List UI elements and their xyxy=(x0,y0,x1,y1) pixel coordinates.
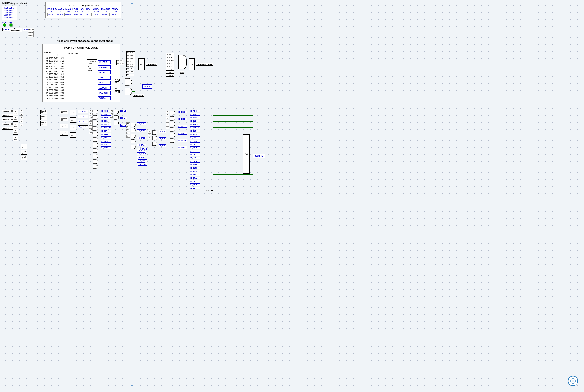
rom-in-output: ROM_IN xyxy=(253,154,265,158)
final-is-andi: IS_ANDI xyxy=(190,183,200,186)
nav-down-arrow[interactable]: ▼ xyxy=(130,384,134,388)
f0-lb: f0 xyxy=(110,110,112,112)
compass-icon[interactable] xyxy=(568,376,578,386)
s-f2: f2 xyxy=(148,136,151,139)
pcsel-mux-bottom: PCSelMUX xyxy=(133,94,144,96)
and-gates-lb-cluster xyxy=(114,110,122,127)
brlt-circle[interactable] xyxy=(10,24,13,27)
op17-box: opcode17 xyxy=(60,110,68,114)
breq-input[interactable]: BrEq xyxy=(2,21,7,27)
is-bne-bottom: IS_BNE xyxy=(178,118,187,120)
is-jal-right: IS_JAL xyxy=(166,71,174,74)
f1-lb: f1 xyxy=(110,113,112,115)
rom-row-0: 00 1021 1421 1621 xyxy=(46,57,117,60)
final-is-or: IS_OR xyxy=(190,143,200,146)
i2-f2: f2 xyxy=(126,129,130,131)
final-is-ori: IS_ORI xyxy=(190,180,200,183)
is-srl-out: IS_SRL xyxy=(101,136,111,139)
comp-i2-0: I2A=V xyxy=(13,122,18,128)
is-slti-out: IS_SLTI xyxy=(137,122,146,125)
instruction-splitter-label: Instruction xyxy=(11,29,20,31)
comp-b-0: BA=V xyxy=(13,136,18,141)
is-beq-outputs: IS_BEQ IS_BNE IS_BLT IS_BGE IS_BLTU IS_B… xyxy=(178,110,187,149)
is-jal-out: IS_JAL xyxy=(78,120,88,123)
pc4-mid: PC4 xyxy=(126,74,134,76)
final-is-lb: IS_LB xyxy=(190,150,200,152)
nav-up-arrow[interactable]: ▲ xyxy=(130,1,134,5)
fn-out-col7: f0 f1 f4 f5 f6 f7 xyxy=(166,110,169,129)
inputs-label: INPUTS to your circuit xyxy=(2,2,29,5)
is-lb: IS_LB xyxy=(120,110,127,112)
svg-point-21 xyxy=(572,380,574,382)
iis-or-label: IIS OR xyxy=(206,190,213,192)
f70-out-2: f70 xyxy=(89,132,92,134)
is-blt-right: IS_BLT xyxy=(166,62,174,65)
out-box-immsel: ImmSel xyxy=(64,13,72,16)
funct3-column: funct35 funct36 funct37 xyxy=(21,144,27,160)
breq-circle[interactable] xyxy=(3,24,6,27)
out-box-pcsel: PCSel xyxy=(48,13,54,16)
is-signals-right-cluster: IS_BEQ IS_BGE IS_BGEU IS_BLT IS_BLTU IS_… xyxy=(166,53,174,76)
final-is-xori: IS_XORI xyxy=(190,170,200,173)
is-blt-bottom: IS_BLT xyxy=(178,125,187,128)
rom-out-asel: ASel xyxy=(98,76,111,80)
is-jalr-mid: IS_JALR xyxy=(126,71,134,73)
is-bge-bottom: IS_BGE xyxy=(178,132,187,134)
is-or-out: IS_OR xyxy=(101,143,111,146)
comp-lui: A=V xyxy=(70,118,76,122)
and-gates-addi-cluster xyxy=(130,122,138,154)
opcode-63-box: opcode xyxy=(2,127,10,130)
is-ori-bottom: IS_ORI xyxy=(138,160,147,162)
final-is-srai: IS_SRAI xyxy=(190,177,200,180)
fn-f0-label: f0 xyxy=(20,110,23,112)
final-is-srli: IS_SRLI xyxy=(190,173,200,176)
is-srai-out: IS_SRAI xyxy=(137,144,146,146)
breq-label: BrEq xyxy=(2,21,7,24)
is-slt-i-out: IS_SLT xyxy=(137,152,145,155)
is-lui-out: IS_LUI xyxy=(78,115,88,118)
is-bge-left: IS_BGE xyxy=(126,54,135,57)
comp-jal: A=V xyxy=(70,125,76,130)
fn-out-col4: f0 f1 f2 xyxy=(110,110,112,118)
rom-output-signals: RegWEn ImmSel BrUn ASel BSel ALUSel MemW… xyxy=(98,60,111,100)
b-f5: f5 xyxy=(166,120,169,122)
funct7-split-out: funct7 xyxy=(28,34,34,37)
final-is-addi: IS_ADDI xyxy=(190,160,200,163)
funct7-00: funct700 xyxy=(40,110,47,114)
out-box-asel: ASel xyxy=(79,13,85,16)
output-alusel: ALUSel JUUU xyxy=(92,8,100,12)
is-jalr-right: IS_JALR xyxy=(166,74,174,76)
out-box-bsel: BSel xyxy=(85,13,91,16)
is-bne-right: IS_BNE xyxy=(166,68,174,71)
b-f7: f7 xyxy=(166,126,169,129)
is-sw: IS_SW xyxy=(159,144,166,147)
fn-out-col3: f0 f1 f70 f71 f76 f3 f71 f70 xyxy=(89,110,92,134)
rom-size-label: ROM 64 x 16 xyxy=(66,52,79,54)
brlt-input[interactable]: BrLt xyxy=(9,21,13,27)
is-sh: IS_SH xyxy=(159,138,166,140)
instruction-label: Instruction xyxy=(4,7,15,9)
funct7-column: funct700 funct701 funct720 xyxy=(40,110,47,126)
op67-box: opcode67 xyxy=(60,131,68,136)
is-and-out: IS_AND xyxy=(101,146,111,149)
funct3-f5: funct35 xyxy=(21,144,27,149)
output-memwen: MemWEn (U) xyxy=(101,8,111,12)
breq-branch2: BrEq xyxy=(114,90,120,93)
comp-i1-0: I1A=V xyxy=(13,116,18,122)
s-f1: f1 xyxy=(148,134,151,136)
is-sb-outputs: IS_SB IS_SH IS_SW xyxy=(159,130,166,147)
b-f6: f6 xyxy=(166,123,169,126)
is-bne-mid: IS_BNE xyxy=(126,65,134,67)
f0-out-1: f0 xyxy=(89,110,92,112)
final-is-srl: IS_SRL xyxy=(190,136,200,139)
opcode-23-box: opcode xyxy=(2,122,10,125)
pcsel-output: PCSel xyxy=(142,84,152,89)
i2-f1: f1 xyxy=(126,126,130,128)
i2-f70: f70 xyxy=(126,132,130,134)
instruction-input-box[interactable]: Instruction 0000 0000 0000 0000 0000 000… xyxy=(2,6,17,20)
rom-addr-5: 5 xyxy=(58,56,58,58)
is-signals-left-cluster: IS_BEQ IS_BGE IS_BGEU IS_BLT IS_BLTU xyxy=(126,51,135,66)
connect-wire-box: CONNECT WIRE TO USE ROM xyxy=(87,59,97,74)
rom-title: ROM FOR CONTROL LOGIC xyxy=(46,46,117,49)
and-gates-beq-cluster xyxy=(170,110,178,150)
